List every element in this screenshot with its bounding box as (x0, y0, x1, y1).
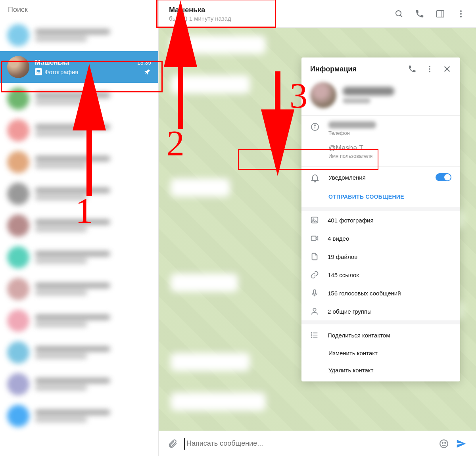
svg-line-3 (401, 15, 403, 17)
topbar: Машенька был(а) 1 минуту назад (159, 0, 476, 28)
svg-rect-23 (313, 290, 316, 294)
svg-point-6 (460, 10, 462, 12)
svg-point-11 (445, 442, 445, 443)
main-area: Машенька был(а) 1 минуту назад (159, 0, 476, 456)
chat-time: 13:39 (137, 59, 151, 66)
list-icon (310, 331, 319, 339)
delete-contact[interactable]: Удалить контакт (301, 362, 460, 381)
profile-avatar[interactable] (310, 82, 336, 108)
svg-point-8 (460, 16, 462, 17)
chat-item[interactable] (0, 241, 158, 273)
svg-point-2 (396, 11, 401, 16)
share-contact[interactable]: Поделиться контактом (301, 324, 460, 345)
svg-point-21 (313, 219, 314, 220)
svg-point-30 (311, 337, 312, 338)
file-icon (310, 252, 319, 261)
sidebar: Машенька 13:39 Фотография (0, 0, 159, 456)
avatar (7, 56, 29, 78)
chat-item[interactable] (0, 368, 158, 400)
svg-point-12 (429, 66, 430, 67)
svg-point-10 (442, 442, 443, 443)
notifications-toggle[interactable] (436, 173, 451, 181)
chat-item[interactable] (0, 178, 158, 210)
chat-item[interactable] (0, 273, 158, 305)
attach-icon[interactable] (167, 439, 178, 449)
media-videos[interactable]: 4 видео (301, 229, 460, 247)
mic-icon (310, 289, 319, 297)
composer (159, 431, 476, 456)
phone-value-blurred (328, 121, 376, 128)
svg-point-24 (313, 308, 316, 311)
svg-point-19 (315, 125, 315, 126)
chat-item-selected[interactable]: Машенька 13:39 Фотография (0, 51, 158, 83)
info-panel: Информация Телефон (301, 57, 460, 381)
avatar (7, 24, 29, 46)
chat-item[interactable] (0, 210, 158, 241)
chat-item[interactable] (0, 115, 158, 146)
info-icon (310, 122, 320, 132)
svg-rect-22 (311, 236, 316, 241)
search-input[interactable] (8, 6, 150, 14)
svg-point-1 (38, 71, 38, 72)
svg-point-14 (429, 71, 430, 73)
person-icon (310, 307, 319, 316)
phone-icon[interactable] (408, 65, 416, 73)
pin-icon (144, 69, 151, 76)
chat-item[interactable] (0, 337, 158, 368)
close-icon[interactable] (443, 65, 451, 73)
svg-point-7 (460, 13, 462, 15)
image-icon (310, 216, 319, 224)
media-voice[interactable]: 156 голосовых сообщений (301, 284, 460, 302)
chat-item[interactable] (0, 400, 158, 432)
message-input[interactable] (184, 438, 432, 450)
send-message-button[interactable]: ОТПРАВИТЬ СООБЩЕНИЕ (301, 188, 460, 207)
phone-label: Телефон (328, 130, 451, 136)
profile-name-blurred (343, 87, 394, 96)
photo-icon (35, 68, 42, 75)
edit-contact[interactable]: Изменить контакт (301, 345, 460, 362)
chat-preview: Фотография (44, 69, 78, 75)
more-icon[interactable] (456, 9, 466, 19)
media-groups[interactable]: 2 общие группы (301, 302, 460, 320)
svg-point-9 (440, 440, 448, 448)
link-icon (310, 270, 319, 279)
media-links[interactable]: 145 ссылок (301, 266, 460, 284)
username-label: Имя пользователя (328, 153, 451, 159)
chat-item[interactable] (0, 146, 158, 178)
chat-title[interactable]: Машенька (169, 6, 231, 14)
chat-list: Машенька 13:39 Фотография (0, 19, 158, 452)
search-icon[interactable] (394, 9, 404, 19)
video-icon (310, 234, 319, 243)
chat-name: Машенька (35, 59, 69, 67)
notifications-label: Уведомления (328, 174, 427, 181)
chat-item[interactable] (0, 83, 158, 115)
media-photos[interactable]: 401 фотография (301, 211, 460, 229)
svg-point-29 (311, 335, 312, 335)
info-title: Информация (310, 65, 357, 73)
chat-item[interactable] (0, 19, 158, 51)
sidepanel-icon[interactable] (436, 9, 445, 19)
bell-icon (310, 173, 320, 182)
username-value[interactable]: @Masha.T (328, 144, 451, 152)
svg-point-28 (311, 333, 312, 333)
emoji-icon[interactable] (439, 439, 449, 449)
send-icon[interactable] (455, 438, 467, 450)
more-icon[interactable] (425, 65, 434, 73)
chat-status: был(а) 1 минуту назад (169, 15, 231, 22)
chat-item[interactable] (0, 305, 158, 337)
phone-icon[interactable] (415, 9, 424, 19)
svg-rect-4 (437, 11, 444, 17)
media-files[interactable]: 19 файлов (301, 247, 460, 266)
profile-status-blurred (343, 98, 370, 103)
svg-point-13 (429, 68, 430, 70)
